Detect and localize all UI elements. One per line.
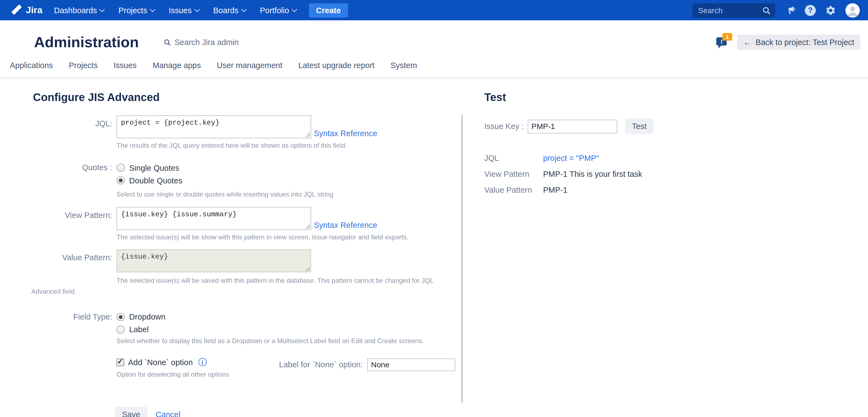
label-radio[interactable] xyxy=(117,325,125,334)
chevron-down-icon xyxy=(150,7,155,12)
cancel-link[interactable]: Cancel xyxy=(156,410,180,417)
back-button-label: Back to project: Test Project xyxy=(755,38,854,47)
single-quotes-radio[interactable] xyxy=(117,164,125,172)
dropdown-label: Dropdown xyxy=(129,312,165,321)
tab-manage-apps[interactable]: Manage apps xyxy=(153,61,201,70)
jql-help-text: The results of the JQL query entered her… xyxy=(117,142,455,149)
quotes-label: Quotes : xyxy=(31,162,117,198)
add-none-option[interactable]: Add `None` option i xyxy=(117,358,229,367)
nav-menu-portfolio[interactable]: Portfolio xyxy=(253,0,303,20)
admin-header: Administration Search Jira admin ! 1 ← B… xyxy=(0,32,868,78)
help-question-glyph: ? xyxy=(805,5,816,15)
navbar-search-input[interactable] xyxy=(697,5,762,15)
nav-menu-label: Dashboards xyxy=(54,6,97,14)
field-type-label: Field Type: xyxy=(31,311,117,345)
help-icon[interactable]: ? xyxy=(805,5,816,15)
tab-system[interactable]: System xyxy=(391,61,417,70)
double-quotes-radio[interactable] xyxy=(117,176,125,184)
feedback-megaphone-icon[interactable] xyxy=(784,5,796,15)
view-pattern-row: View Pattern: {issue.key} {issue.summary… xyxy=(31,207,462,241)
jira-logo-icon xyxy=(11,4,23,16)
value-pattern-textarea: {issue.key} xyxy=(117,249,311,272)
jira-logo-text: Jira xyxy=(26,5,42,15)
main-content: Configure JIS Advanced JQL: project = {p… xyxy=(0,78,868,417)
double-quotes-label: Double Quotes xyxy=(129,176,182,185)
chevron-down-icon xyxy=(99,7,105,12)
value-pattern-row: Value Pattern: {issue.key} The selected … xyxy=(31,249,462,297)
view-pattern-syntax-reference-link[interactable]: Syntax Reference xyxy=(314,220,377,230)
page-title: Administration xyxy=(34,32,139,52)
tab-latest-upgrade-report[interactable]: Latest upgrade report xyxy=(298,61,374,70)
test-panel: Test Issue Key : Test JQL project = "PMP… xyxy=(462,78,868,417)
double-quotes-option[interactable]: Double Quotes xyxy=(117,174,455,187)
admin-header-right: ! 1 ← Back to project: Test Project xyxy=(716,35,860,50)
search-icon xyxy=(762,6,771,14)
none-option-group: Add `None` option i Option for deselecti… xyxy=(117,358,229,378)
nav-menu-dashboards[interactable]: Dashboards xyxy=(47,0,111,20)
result-row-jql: JQL project = "PMP" xyxy=(484,154,868,163)
nav-menu-boards[interactable]: Boards xyxy=(206,0,253,20)
add-none-checkbox[interactable] xyxy=(117,358,124,366)
info-icon[interactable]: i xyxy=(198,358,207,366)
page: Jira Dashboards Projects Issues Boards P… xyxy=(0,0,868,417)
issue-key-input[interactable] xyxy=(527,119,617,133)
admin-search-label: Search Jira admin xyxy=(175,38,239,47)
tab-projects[interactable]: Projects xyxy=(69,61,98,70)
notification-icon[interactable]: ! 1 xyxy=(716,35,732,50)
single-quotes-option[interactable]: Single Quotes xyxy=(117,162,455,174)
label-option[interactable]: Label xyxy=(117,323,455,336)
jql-syntax-reference-link[interactable]: Syntax Reference xyxy=(314,129,377,138)
quotes-row: Quotes : Single Quotes Double Quotes Sel… xyxy=(31,162,462,198)
jira-logo[interactable]: Jira xyxy=(11,4,42,16)
none-option-row: Add `None` option i Option for deselecti… xyxy=(31,358,462,378)
result-row-view-pattern: View Pattern PMP-1 This is your first ta… xyxy=(484,170,868,178)
view-pattern-label: View Pattern: xyxy=(31,207,117,241)
view-pattern-help-text: The selected issue(s) will be show with … xyxy=(117,233,455,241)
field-type-help-text: Select whether to display this field as … xyxy=(117,337,455,345)
dropdown-radio[interactable] xyxy=(117,313,125,321)
chevron-down-icon xyxy=(241,7,247,12)
single-quotes-label: Single Quotes xyxy=(129,163,179,172)
none-label-input[interactable] xyxy=(367,358,455,371)
jql-label: JQL: xyxy=(31,115,117,149)
admin-header-row: Administration Search Jira admin ! 1 ← B… xyxy=(10,32,860,52)
none-label-label: Label for `None` option: xyxy=(279,360,363,369)
dropdown-option[interactable]: Dropdown xyxy=(117,311,455,323)
nav-menu-issues[interactable]: Issues xyxy=(162,0,206,20)
create-button[interactable]: Create xyxy=(309,3,348,17)
navbar-search xyxy=(693,3,775,17)
result-value-pattern-value: PMP-1 xyxy=(543,185,567,194)
chevron-down-icon xyxy=(291,7,297,12)
test-title: Test xyxy=(484,91,868,104)
jql-row: JQL: project = {project.key} Syntax Refe… xyxy=(31,115,462,149)
back-arrow-icon: ← xyxy=(743,38,751,47)
user-avatar[interactable] xyxy=(845,3,860,17)
back-to-project-button[interactable]: ← Back to project: Test Project xyxy=(737,35,860,50)
view-pattern-textarea[interactable]: {issue.key} {issue.summary} xyxy=(117,207,311,230)
nav-menu-projects[interactable]: Projects xyxy=(111,0,162,20)
tab-issues[interactable]: Issues xyxy=(114,61,136,70)
quotes-help-text: Select to use single or double quotes wh… xyxy=(117,190,455,198)
none-option-spacer xyxy=(31,358,117,378)
configure-panel: Configure JIS Advanced JQL: project = {p… xyxy=(0,78,462,417)
nav-menu-label: Projects xyxy=(119,6,147,14)
notification-badge: 1 xyxy=(722,33,732,41)
test-button[interactable]: Test xyxy=(625,118,654,134)
search-icon xyxy=(163,38,171,46)
tab-applications[interactable]: Applications xyxy=(10,61,53,70)
tab-user-management[interactable]: User management xyxy=(217,61,283,70)
form-actions: Save Cancel xyxy=(115,407,462,417)
add-none-label: Add `None` option xyxy=(128,358,193,367)
test-results: JQL project = "PMP" View Pattern PMP-1 T… xyxy=(484,154,868,194)
admin-tabs: Applications Projects Issues Manage apps… xyxy=(10,61,860,77)
jql-textarea[interactable]: project = {project.key} xyxy=(117,115,311,138)
save-button[interactable]: Save xyxy=(115,407,147,417)
result-view-pattern-label: View Pattern xyxy=(484,170,543,178)
none-option-help-text: Option for deselecting all other options xyxy=(117,370,229,378)
none-label-group: Label for `None` option: xyxy=(279,358,455,371)
nav-menu-label: Portfolio xyxy=(260,6,289,14)
result-view-pattern-value: PMP-1 This is your first task xyxy=(543,170,642,178)
result-jql-value[interactable]: project = "PMP" xyxy=(543,154,599,163)
settings-gear-icon[interactable] xyxy=(825,5,836,15)
admin-search[interactable]: Search Jira admin xyxy=(160,37,242,47)
